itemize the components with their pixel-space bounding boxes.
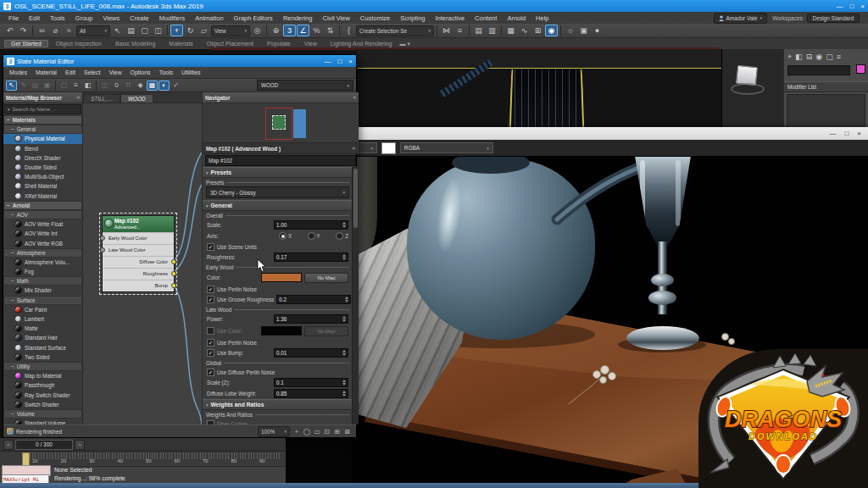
select-and-scale-icon[interactable]: ▱ (198, 25, 210, 36)
material-item-physical-material[interactable]: Physical Material (3, 134, 82, 143)
advanced-wood-node[interactable]: Map #102 Advanced... Early Wood ColorLat… (102, 215, 175, 292)
material-group-materials[interactable]: −Materials (3, 115, 82, 125)
editor-menu-material[interactable]: Material (31, 69, 61, 75)
editor-close-icon[interactable]: × (348, 58, 353, 65)
menu-edit[interactable]: Edit (24, 14, 45, 23)
mirror-icon[interactable]: ⋈ (440, 25, 453, 36)
selection-set-dropdown[interactable]: Create Selection Se▾ (356, 25, 434, 36)
select-object-icon[interactable]: ↖ (111, 25, 124, 36)
material-group-volume[interactable]: −Volume (3, 409, 82, 419)
tab-still[interactable]: STILL_... (83, 94, 120, 103)
move-children-icon[interactable]: ≡ (70, 80, 81, 91)
menu-views[interactable]: Views (97, 14, 125, 23)
rectangular-selection-icon[interactable]: ▢ (138, 25, 151, 36)
menu-group[interactable]: Group (70, 14, 98, 23)
redo-icon[interactable]: ↷ (17, 25, 30, 36)
zoom-extents-icon[interactable]: ⊡ (322, 428, 332, 435)
material-group-utility[interactable]: −Utility (3, 362, 82, 371)
output-socket[interactable] (171, 283, 176, 288)
menu-civil-view[interactable]: Civil View (317, 14, 354, 23)
material-item-fog[interactable]: Fog (3, 267, 82, 276)
next-frame-button[interactable]: > (75, 440, 85, 450)
node-output-bump[interactable]: Bump (103, 280, 174, 291)
workspace-selector[interactable]: Workspaces: Design Standard (772, 14, 860, 23)
previous-frame-button[interactable]: < (3, 440, 14, 450)
render-production-icon[interactable]: ● (591, 25, 604, 36)
checkbox[interactable]: ✓ (207, 243, 214, 251)
material-item-matte[interactable]: Matte (3, 324, 82, 333)
delete-selected-icon[interactable]: ▢ (58, 80, 70, 91)
select-and-move-icon[interactable]: + (170, 25, 183, 36)
editor-menu-modes[interactable]: Modes (5, 69, 31, 75)
maximize-icon[interactable]: □ (849, 3, 854, 10)
node-graph-canvas[interactable]: Map #102 Advanced... Early Wood ColorLat… (83, 103, 202, 424)
zoom-selected-icon[interactable]: ⊞ (332, 428, 342, 435)
ribbon-tab-object-inspection[interactable]: Object Inspection (50, 41, 108, 47)
value-field[interactable]: 0.85 (274, 389, 348, 398)
material-item-xref-material[interactable]: XRef Material (3, 191, 82, 201)
spinner-arrows-icon[interactable] (342, 350, 346, 356)
ribbon-toggle-icon[interactable]: ▦ (504, 25, 517, 36)
material-item-directx-shader[interactable]: DirectX Shader (3, 153, 82, 163)
modify-tab-icon[interactable]: ◧ (795, 53, 803, 61)
radio-icon[interactable] (336, 232, 343, 240)
material-group-atmosphere[interactable]: −Atmosphere (3, 248, 82, 258)
browser-close-icon[interactable]: × (76, 95, 80, 100)
select-and-link-icon[interactable]: ∞ (36, 25, 48, 36)
editor-menu-options[interactable]: Options (126, 69, 155, 75)
current-frame-field[interactable]: 0 / 300 (15, 440, 73, 450)
close-icon[interactable]: × (860, 3, 865, 10)
put-to-library-icon[interactable]: ▤ (30, 80, 41, 91)
undo-icon[interactable]: ↶ (3, 25, 16, 36)
spinner-arrows-icon[interactable] (345, 297, 348, 302)
ribbon-tab-view[interactable]: View (298, 41, 323, 47)
rollout-presets[interactable]: ▾Presets (203, 167, 353, 178)
show-background-icon[interactable]: ◫ (99, 80, 110, 91)
menu-create[interactable]: Create (125, 14, 154, 23)
zoom-region-icon[interactable]: ▭ (312, 428, 322, 435)
editor-menu-select[interactable]: Select (80, 69, 104, 75)
render-minimize-icon[interactable]: — (829, 130, 836, 137)
parameter-panel-header[interactable]: Map #102 ( Advanced Wood ) × (203, 143, 359, 154)
menu-graph-editors[interactable]: Graph Editors (229, 14, 278, 23)
node-output-diffuse-color[interactable]: Diffuse Color (103, 256, 174, 268)
checkbox[interactable]: ✓ (207, 339, 214, 347)
ribbon-tab-get-started[interactable]: Get Started (4, 40, 48, 47)
value-field[interactable]: 1.36 (274, 314, 348, 324)
minimize-icon[interactable]: — (836, 3, 843, 10)
radio-icon[interactable] (279, 232, 287, 240)
named-selection-sets-icon[interactable]: { (342, 25, 355, 36)
rollout-general[interactable]: ▾General (203, 200, 353, 211)
editor-minimize-icon[interactable]: — (324, 58, 331, 65)
material-item-double-sided[interactable]: Double Sided (3, 163, 82, 172)
window-crossing-icon[interactable]: ◫ (152, 25, 164, 36)
navigator-canvas[interactable] (203, 103, 359, 143)
material-item-mix-shader[interactable]: Mix Shader (3, 286, 82, 295)
material-item-atmosphere-volu-[interactable]: Atmosphere Volu... (3, 258, 82, 267)
material-item-switch-shader[interactable]: Switch Shader (3, 400, 82, 409)
use-pivot-center-icon[interactable]: ◎ (251, 25, 264, 36)
show-end-result-icon[interactable]: ◐ (159, 80, 170, 91)
material-item-map-to-material[interactable]: Map to Material (3, 371, 82, 380)
reference-coordinate-dropdown[interactable]: View▾ (211, 25, 250, 36)
material-item-standard-hair[interactable]: Standard Hair (3, 333, 82, 342)
material-group-surface[interactable]: −Surface (3, 296, 82, 305)
material-item-standard-surface[interactable]: Standard Surface (3, 343, 82, 352)
pick-material-from-object-icon[interactable]: ✎ (18, 80, 29, 91)
editor-menu-edit[interactable]: Edit (61, 69, 80, 75)
select-tool-icon[interactable]: ↖ (6, 80, 17, 91)
input-socket[interactable] (100, 236, 105, 241)
pick-object-icon[interactable]: ✓ (170, 80, 181, 91)
unlink-selection-icon[interactable]: ⌀ (49, 25, 62, 36)
no-map-button[interactable]: No Map (304, 273, 348, 283)
snaps-toggle-icon[interactable]: 3 (283, 25, 296, 36)
checkbox[interactable] (207, 327, 214, 335)
ribbon-tab-materials[interactable]: Materials (163, 41, 198, 47)
input-socket[interactable] (100, 247, 105, 252)
node-input-late-wood-color[interactable]: Late Wood Color (103, 244, 174, 256)
material-item-passthrough[interactable]: Passthrough (3, 380, 82, 390)
material-item-aov-write-int[interactable]: AOV Write Int (3, 229, 82, 238)
node-output-roughness[interactable]: Roughness (103, 268, 174, 280)
editor-titlebar[interactable]: 3 Slate Material Editor — □ × (3, 55, 356, 67)
ribbon-tab-lighting-and-rendering[interactable]: Lighting And Rendering (325, 41, 398, 47)
